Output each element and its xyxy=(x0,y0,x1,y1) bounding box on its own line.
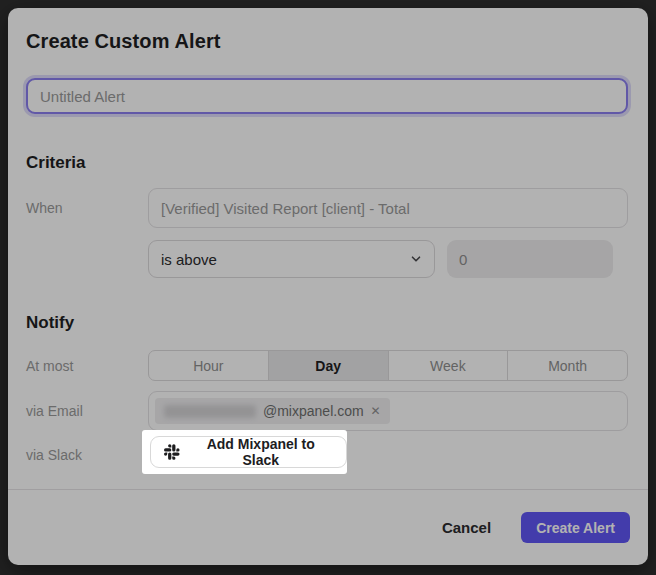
metric-select[interactable]: [Verified] Visited Report [client] - Tot… xyxy=(148,188,628,228)
notify-heading: Notify xyxy=(26,312,628,334)
modal-footer: Cancel Create Alert xyxy=(8,489,648,565)
via-email-row: via Email @mixpanel.com ✕ xyxy=(26,391,628,431)
alert-name-input[interactable] xyxy=(26,78,628,114)
chevron-down-icon xyxy=(410,253,422,265)
frequency-option-week[interactable]: Week xyxy=(388,351,508,380)
create-custom-alert-modal: Create Custom Alert Criteria When [Verif… xyxy=(8,8,648,565)
when-row: When [Verified] Visited Report [client] … xyxy=(26,188,628,228)
email-redacted-username xyxy=(164,405,256,418)
condition-row: is above 0 xyxy=(26,240,628,278)
via-email-label: via Email xyxy=(26,403,148,419)
frequency-option-hour[interactable]: Hour xyxy=(149,351,268,380)
email-domain: @mixpanel.com xyxy=(263,403,364,419)
at-most-label: At most xyxy=(26,358,148,374)
slack-spotlight: Add Mixpanel to Slack xyxy=(142,430,347,474)
at-most-row: At most Hour Day Week Month xyxy=(26,350,628,381)
frequency-option-month[interactable]: Month xyxy=(507,351,627,380)
metric-value: [Verified] Visited Report [client] - Tot… xyxy=(161,200,410,217)
close-icon[interactable]: ✕ xyxy=(371,405,381,417)
create-alert-button[interactable]: Create Alert xyxy=(521,512,630,543)
slack-logo-icon xyxy=(164,444,180,460)
slack-button-label: Add Mixpanel to Slack xyxy=(189,436,333,468)
add-mixpanel-to-slack-button[interactable]: Add Mixpanel to Slack xyxy=(150,436,347,468)
email-recipients-input[interactable]: @mixpanel.com ✕ xyxy=(148,391,628,431)
threshold-value: 0 xyxy=(459,251,467,268)
threshold-input[interactable]: 0 xyxy=(447,240,613,278)
email-chip: @mixpanel.com ✕ xyxy=(155,398,390,424)
page-backdrop: Create Custom Alert Criteria When [Verif… xyxy=(0,0,656,575)
via-slack-label: via Slack xyxy=(26,447,148,463)
when-label: When xyxy=(26,200,148,216)
condition-value: is above xyxy=(161,251,410,268)
frequency-option-day[interactable]: Day xyxy=(268,351,388,380)
modal-title: Create Custom Alert xyxy=(26,28,628,54)
cancel-button[interactable]: Cancel xyxy=(436,518,497,537)
condition-select[interactable]: is above xyxy=(148,240,435,278)
criteria-heading: Criteria xyxy=(26,152,628,174)
frequency-segmented-control: Hour Day Week Month xyxy=(148,350,628,381)
